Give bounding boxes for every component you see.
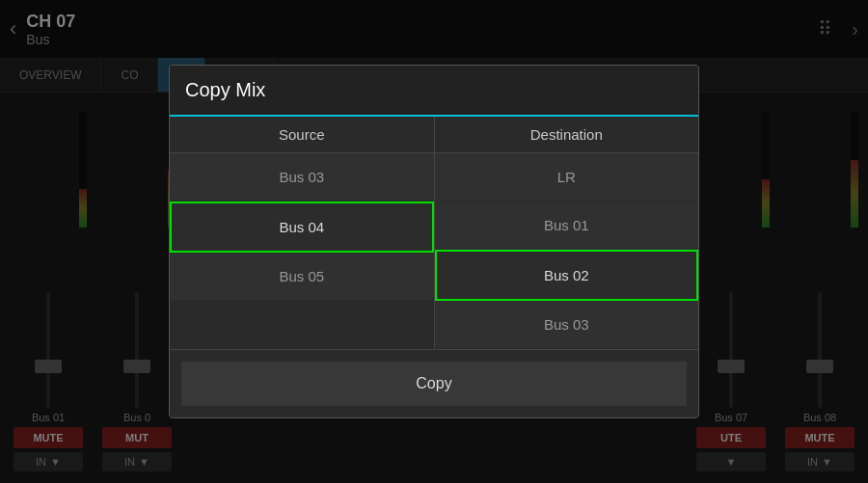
modal-title: Copy Mix (185, 79, 265, 100)
copy-mix-modal: Copy Mix Source Bus 03 Bus 04 Bus 05 Des… (169, 65, 699, 418)
dest-item-bus02[interactable]: Bus 02 (435, 250, 699, 301)
source-item-bus05[interactable]: Bus 05 (170, 253, 434, 301)
dest-item-bus01[interactable]: Bus 01 (435, 201, 699, 250)
source-item-bus04[interactable]: Bus 04 (170, 201, 434, 253)
copy-button[interactable]: Copy (181, 362, 687, 406)
dest-item-bus03[interactable]: Bus 03 (435, 301, 699, 349)
modal-footer: Copy (170, 349, 698, 417)
destination-column: Destination LR Bus 01 Bus 02 Bus 03 (435, 117, 699, 349)
source-item-bus03[interactable]: Bus 03 (170, 153, 434, 201)
source-header: Source (170, 117, 434, 153)
dest-item-lr[interactable]: LR (435, 153, 699, 201)
modal-body: Source Bus 03 Bus 04 Bus 05 Destination … (170, 117, 698, 417)
modal-columns: Source Bus 03 Bus 04 Bus 05 Destination … (170, 117, 698, 349)
source-column: Source Bus 03 Bus 04 Bus 05 (170, 117, 435, 349)
modal-header: Copy Mix (170, 66, 698, 117)
modal-overlay: Copy Mix Source Bus 03 Bus 04 Bus 05 Des… (0, 0, 868, 483)
destination-header: Destination (435, 117, 699, 153)
